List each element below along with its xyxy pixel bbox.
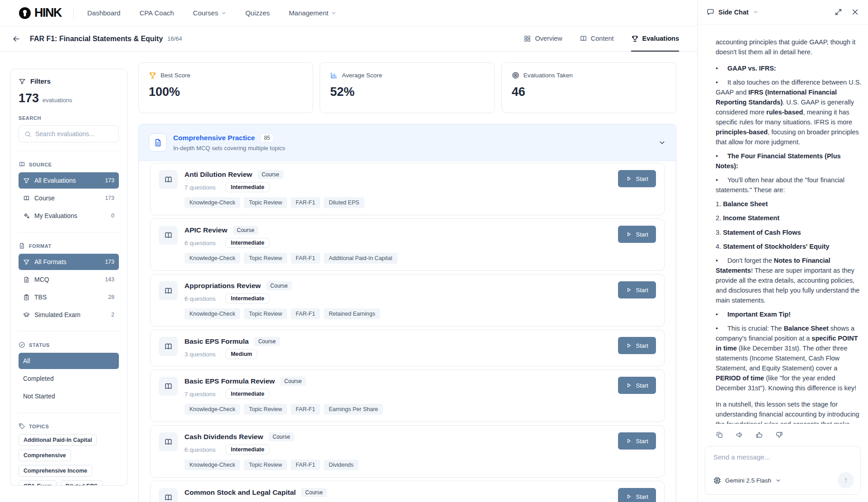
divider — [18, 331, 120, 332]
speaker-icon[interactable] — [736, 431, 743, 439]
tab-evaluations[interactable]: Evaluations — [631, 26, 679, 52]
book-icon — [159, 488, 178, 502]
evaluation-card: Basic EPS Formula ReviewCourse7 question… — [150, 369, 665, 422]
topic-tag[interactable]: CPA-Exam — [19, 480, 57, 486]
search-box[interactable] — [19, 125, 119, 142]
start-button[interactable]: Start — [618, 488, 656, 502]
evaluation-tags: Knowledge-CheckTopic ReviewFAR-F1Dividen… — [184, 459, 359, 470]
question-count: 6 questions — [184, 240, 216, 246]
bullet-marker: • — [716, 323, 727, 333]
trophy-icon — [149, 71, 156, 79]
nav-item-dashboard[interactable]: Dashboard — [87, 9, 120, 17]
chat-messages: accounting principles that guide GAAP, t… — [698, 24, 868, 424]
stat-card-average-score: Average Score52% — [320, 62, 495, 113]
evaluation-card: APIC ReviewCourse6 questions·Intermediat… — [150, 218, 665, 271]
dot-separator: · — [220, 295, 222, 302]
app-logo[interactable]: HINK — [18, 6, 61, 20]
sidebar-item-all-formats[interactable]: All Formats173 — [19, 254, 119, 270]
group-title[interactable]: Comprehensive Practice — [173, 134, 255, 142]
dot-separator: · — [220, 391, 222, 398]
filters-sidebar: Filters 173 evaluations SEARCH SOURCEAll… — [10, 69, 127, 502]
model-selector[interactable]: Gemini 2.5 Flash — [713, 477, 781, 484]
evaluation-tag: Topic Review — [244, 459, 287, 470]
sidebar-item-count: 0 — [111, 213, 114, 219]
topic-tag[interactable]: Diluted EPS — [61, 480, 103, 486]
nav-item-cpa-coach[interactable]: CPA Coach — [139, 9, 174, 17]
funnel-icon — [19, 78, 26, 85]
book-icon — [164, 175, 173, 184]
sidebar-item-mcq[interactable]: MCQ143 — [19, 271, 119, 288]
book-icon — [164, 493, 173, 502]
sidebar-item-my-evaluations[interactable]: My Evaluations0 — [19, 208, 119, 224]
topic-tag[interactable]: Comprehensive Income — [19, 465, 92, 477]
topic-tag[interactable]: Additional Paid-In Capital — [19, 434, 97, 446]
dot-separator: · — [220, 240, 222, 246]
chat-bullet-item: •It also touches on the difference betwe… — [716, 77, 863, 147]
evaluation-card: Cash Dividends ReviewCourse6 questions·I… — [150, 425, 665, 478]
start-button[interactable]: Start — [618, 377, 656, 394]
book-icon — [164, 231, 173, 240]
book-icon — [159, 377, 178, 396]
evaluation-count-label: evaluations — [42, 97, 72, 104]
evaluation-title: Appropriations Review — [184, 282, 261, 290]
expand-icon[interactable] — [835, 8, 842, 16]
page-title: FAR F1: Financial Statements & Equity — [30, 35, 163, 43]
group-subtitle: In-depth MCQ sets covering multiple topi… — [173, 145, 285, 152]
evaluation-title: Basic EPS Formula Review — [184, 377, 275, 385]
sidebar-item-count: 28 — [108, 294, 114, 300]
tab-content[interactable]: Content — [580, 26, 614, 52]
section-label-status: STATUS — [19, 341, 119, 348]
sidebar-item-all[interactable]: All — [19, 353, 119, 369]
evaluation-title: Cash Dividends Review — [184, 433, 263, 441]
stat-label: Best Score — [160, 72, 190, 79]
topic-tag[interactable]: Comprehensive — [19, 450, 71, 461]
back-button[interactable] — [12, 34, 21, 43]
difficulty-badge: Intermediate — [226, 182, 269, 192]
start-button[interactable]: Start — [618, 281, 656, 298]
section-label-source: SOURCE — [19, 161, 119, 168]
start-button[interactable]: Start — [618, 170, 656, 187]
content-area: Filters 173 evaluations SEARCH SOURCEAll… — [0, 52, 697, 502]
bullet-marker: • — [716, 309, 727, 319]
question-count: 6 questions — [184, 295, 216, 302]
evaluation-tags: Knowledge-CheckTopic ReviewFAR-F1Diluted… — [184, 197, 364, 208]
tab-overview[interactable]: Overview — [524, 26, 562, 52]
close-icon[interactable] — [851, 8, 859, 16]
sidebar-item-label: All — [23, 357, 30, 365]
copy-icon[interactable] — [716, 431, 723, 439]
start-button[interactable]: Start — [618, 432, 656, 450]
sidebar-item-completed[interactable]: Completed — [19, 370, 119, 387]
grid-icon — [524, 35, 531, 43]
chevron-down-icon[interactable] — [658, 139, 666, 147]
thumbs-down-icon[interactable] — [775, 431, 783, 439]
nav-item-label: Quizzes — [245, 9, 270, 17]
start-button[interactable]: Start — [618, 337, 656, 354]
sidebar-item-course[interactable]: Course173 — [19, 190, 119, 206]
chat-title-dropdown[interactable]: Side Chat — [707, 8, 759, 16]
send-button[interactable]: ↑ — [838, 472, 854, 488]
search-input[interactable] — [35, 130, 117, 137]
stat-card-best-score: Best Score100% — [138, 62, 313, 113]
section-label-text: FORMAT — [29, 243, 52, 249]
nav-item-quizzes[interactable]: Quizzes — [245, 9, 270, 17]
nav-item-courses[interactable]: Courses — [193, 9, 226, 17]
chevron-down-icon — [753, 9, 759, 15]
sidebar-item-not-started[interactable]: Not Started — [19, 388, 119, 404]
nav-item-management[interactable]: Management — [289, 9, 337, 17]
chat-message-input[interactable] — [713, 453, 854, 461]
group-header[interactable]: Comprehensive Practice 85 In-depth MCQ s… — [139, 124, 676, 161]
logo-text: HINK — [34, 6, 61, 20]
group-count-badge: 85 — [260, 133, 274, 142]
start-button-label: Start — [636, 287, 648, 294]
sidebar-item-tbs[interactable]: TBS28 — [19, 289, 119, 305]
thumbs-up-icon[interactable] — [755, 431, 763, 439]
sidebar-item-simulated-exam[interactable]: Simulated Exam2 — [19, 307, 119, 323]
sidebar-item-all-evaluations[interactable]: All Evaluations173 — [19, 172, 119, 189]
divider — [18, 232, 120, 232]
group-meta: Comprehensive Practice 85 In-depth MCQ s… — [173, 133, 285, 152]
evaluation-title: Common Stock and Legal Capital — [184, 488, 296, 497]
source-badge: Course — [233, 226, 259, 235]
bar-chart-icon — [330, 71, 338, 79]
evaluation-tags: Knowledge-CheckTopic ReviewFAR-F1Earning… — [184, 404, 383, 415]
start-button[interactable]: Start — [618, 226, 656, 243]
